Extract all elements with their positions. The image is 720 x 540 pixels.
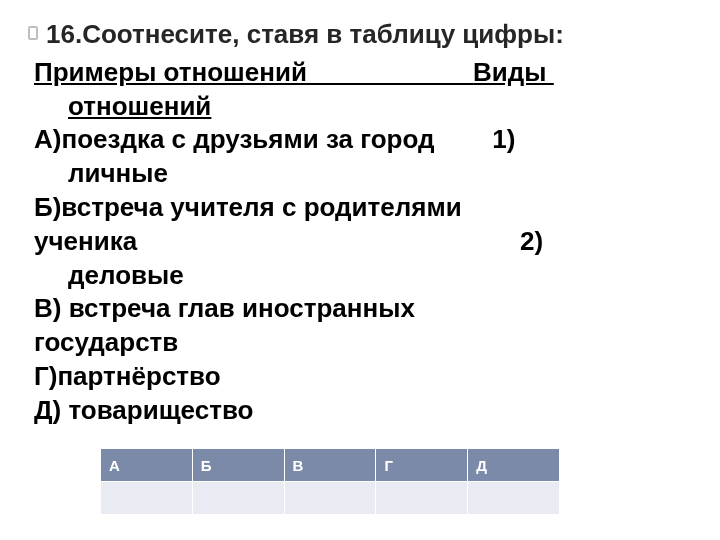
types-header-cont: отношений: [68, 91, 211, 121]
examples-header: Примеры отношений: [34, 57, 307, 87]
col-g: Г: [376, 449, 468, 482]
item-b-cont: ученика 2): [34, 225, 700, 259]
item-a-type: 1): [492, 124, 522, 154]
item-v-cont: государств: [34, 326, 700, 360]
item-b-type: 2): [520, 226, 550, 256]
ans-v[interactable]: [284, 482, 376, 515]
ans-a[interactable]: [101, 482, 193, 515]
slide: 16.Соотнесите, ставя в таблицу цифры: Пр…: [0, 0, 720, 540]
ans-d[interactable]: [468, 482, 560, 515]
col-d: Д: [468, 449, 560, 482]
item-b: Б)встреча учителя с родителями: [34, 191, 700, 225]
question-body: Примеры отношений Виды отношений А)поезд…: [28, 56, 700, 428]
item-v: В) встреча глав иностранных: [34, 292, 700, 326]
col-v: В: [284, 449, 376, 482]
item-b-cont-left: ученика: [34, 226, 137, 256]
ans-b[interactable]: [192, 482, 284, 515]
col-a: А: [101, 449, 193, 482]
header-spacer: [307, 57, 473, 87]
item-a: А)поездка с друзьями за город 1): [34, 123, 700, 157]
item-a-example: А)поездка с друзьями за город: [34, 124, 435, 154]
column-headers-cont: отношений: [34, 90, 700, 124]
item-b-cont-spacer: [137, 226, 520, 256]
table-header-row: А Б В Г Д: [101, 449, 560, 482]
types-header: Виды: [473, 57, 554, 87]
item-a-cont: личные: [34, 157, 700, 191]
answer-table-wrap: А Б В Г Д: [100, 448, 560, 515]
column-headers: Примеры отношений Виды: [34, 56, 700, 90]
col-b: Б: [192, 449, 284, 482]
table-answer-row: [101, 482, 560, 515]
item-d: Д) товарищество: [34, 394, 700, 428]
ans-g[interactable]: [376, 482, 468, 515]
question-title: 16.Соотнесите, ставя в таблицу цифры:: [28, 20, 700, 50]
answer-table: А Б В Г Д: [100, 448, 560, 515]
item-a-spacer: [435, 124, 493, 154]
item-g: Г)партнёрство: [34, 360, 700, 394]
item-b-cont2: деловые: [34, 259, 700, 293]
